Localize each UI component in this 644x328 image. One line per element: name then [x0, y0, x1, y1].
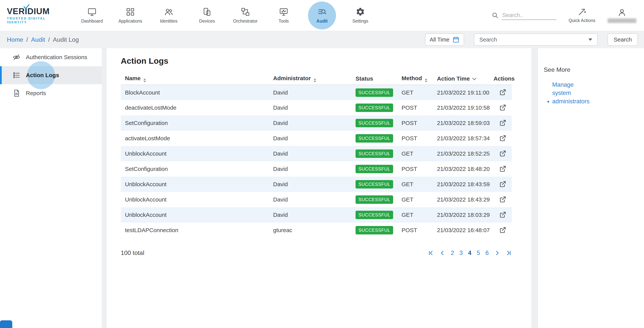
brand-tagline: TRUSTED DIGITAL IDENTITY [7, 17, 64, 24]
eye-off-icon [12, 53, 20, 61]
cell-method: GET [402, 146, 437, 161]
cell-actions [494, 207, 512, 223]
table-row: UnblockAccount David SUCCESSFUL GET 21/0… [121, 177, 512, 192]
nav-label: Orchestrator [233, 18, 258, 24]
filter-controls: All Time Search Search [425, 33, 638, 46]
nav-item-devices[interactable]: Devices [188, 1, 226, 30]
search-filter-label: Search [479, 36, 497, 43]
column-label: Action Time [437, 75, 470, 82]
cell-name: UnblockAccount [121, 192, 273, 207]
nav-item-identities[interactable]: Identities [150, 1, 188, 30]
cell-actions [494, 192, 512, 207]
breadcrumb-home[interactable]: Home [7, 36, 23, 43]
breadcrumb-separator: / [48, 36, 50, 43]
time-range-label: All Time [430, 36, 450, 43]
sort-icon [425, 78, 428, 82]
pagination-page-5[interactable]: 5 [477, 250, 480, 256]
logo-checkmark-icon [24, 4, 30, 9]
view-details-button[interactable] [498, 119, 507, 127]
view-details-button[interactable] [498, 134, 507, 143]
column-header-administrator[interactable]: Administrator [273, 73, 356, 85]
sidebar-item-action-logs[interactable]: Action Logs [0, 66, 102, 84]
audit-icon [317, 7, 327, 17]
breadcrumb-audit[interactable]: Audit [31, 36, 45, 43]
list-icon [12, 71, 20, 79]
cell-administrator: David [273, 177, 356, 192]
manage-system-administrators-link[interactable]: Manage system administrators [552, 81, 592, 105]
view-details-button[interactable] [498, 149, 507, 158]
column-header-name[interactable]: Name [121, 73, 273, 85]
nav-item-applications[interactable]: Applications [111, 1, 150, 30]
settings-icon [356, 7, 365, 17]
pagination: 23456 [428, 250, 512, 256]
view-details-button[interactable] [498, 103, 507, 112]
pagination-page-3[interactable]: 3 [460, 250, 463, 256]
global-search-input[interactable] [502, 11, 556, 20]
view-details-button[interactable] [498, 88, 507, 97]
cell-action-time: 21/03/2022 19:11:00 [437, 85, 494, 100]
table-row: testLDAPConnection gtureac SUCCESSFUL PO… [121, 223, 512, 238]
cell-action-time: 21/03/2022 18:57:34 [437, 131, 494, 146]
column-header-method[interactable]: Method [402, 73, 437, 85]
nav-item-orchestrator[interactable]: Orchestrator [226, 1, 264, 30]
view-details-button[interactable] [498, 226, 507, 234]
pagination-page-6[interactable]: 6 [486, 250, 489, 256]
cell-status: SUCCESSFUL [356, 177, 402, 192]
total-count: 100 total [121, 249, 144, 256]
quick-actions-label: Quick Actions [569, 18, 595, 23]
view-details-button[interactable] [498, 210, 507, 219]
previous-page-button[interactable] [439, 250, 446, 256]
sidebar-item-reports[interactable]: Reports [0, 84, 102, 102]
cell-actions [494, 85, 512, 100]
user-profile[interactable] [608, 8, 636, 23]
status-badge: SUCCESSFUL [356, 104, 393, 112]
next-page-button[interactable] [494, 250, 500, 256]
cell-method: POST [402, 161, 437, 177]
help-widget[interactable] [0, 320, 12, 328]
top-right-controls: Quick Actions [492, 8, 636, 23]
cell-administrator: David [273, 192, 356, 207]
nav-item-audit[interactable]: Audit [303, 1, 341, 30]
sidebar-item-authentication-sessions[interactable]: Authentication Sessions [0, 48, 102, 66]
nav-item-tools[interactable]: Tools [264, 1, 303, 30]
top-bar: VERIDIUM TRUSTED DIGITAL IDENTITY Dashbo… [0, 0, 644, 31]
search-button[interactable]: Search [608, 33, 638, 46]
breadcrumb-separator: / [26, 36, 28, 43]
quick-actions[interactable]: Quick Actions [569, 8, 595, 23]
table-row: SetConfiguration David SUCCESSFUL POST 2… [121, 161, 512, 177]
table-header-row: Name Administrator Status Method Action … [121, 73, 512, 85]
status-badge: SUCCESSFUL [356, 134, 393, 143]
last-page-button[interactable] [506, 250, 512, 256]
first-page-button[interactable] [428, 250, 434, 256]
cell-method: GET [402, 192, 437, 207]
sort-desc-icon [472, 76, 476, 80]
view-details-button[interactable] [498, 195, 507, 204]
pagination-page-2[interactable]: 2 [451, 250, 454, 256]
cell-status: SUCCESSFUL [356, 115, 402, 131]
column-header-action-time[interactable]: Action Time [437, 73, 494, 85]
cell-action-time: 21/03/2022 18:03:29 [437, 207, 494, 223]
search-filter-dropdown[interactable]: Search [474, 33, 598, 46]
cell-administrator: David [273, 207, 356, 223]
action-logs-table: Name Administrator Status Method Action … [121, 73, 512, 238]
pagination-page-4[interactable]: 4 [468, 250, 471, 256]
user-avatar-icon [618, 8, 626, 17]
magic-wand-icon [578, 8, 586, 16]
time-range-button[interactable]: All Time [425, 33, 464, 46]
cell-actions [494, 146, 512, 161]
cell-status: SUCCESSFUL [356, 223, 402, 238]
tools-icon [279, 7, 288, 17]
table-row: activateLostMode David SUCCESSFUL POST 2… [121, 131, 512, 146]
cell-status: SUCCESSFUL [356, 131, 402, 146]
nav-item-settings[interactable]: Settings [341, 1, 380, 30]
search-icon [492, 12, 498, 19]
cell-method: GET [402, 207, 437, 223]
status-badge: SUCCESSFUL [356, 165, 393, 173]
view-details-button[interactable] [498, 164, 507, 173]
nav-item-dashboard[interactable]: Dashboard [73, 1, 111, 30]
cell-name: UnblockAccount [121, 177, 273, 192]
column-header-status: Status [356, 73, 402, 85]
cell-actions [494, 115, 512, 131]
see-more-panel: See More Manage system administrators [538, 48, 644, 328]
view-details-button[interactable] [498, 180, 507, 188]
